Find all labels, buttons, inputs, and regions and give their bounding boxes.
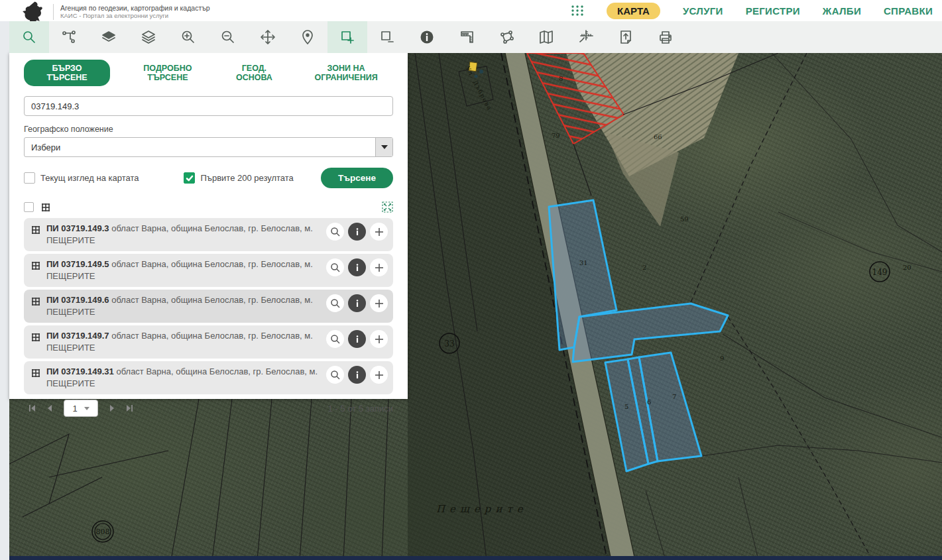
parcel-info-button[interactable] bbox=[348, 330, 366, 348]
tab-restriction-zones[interactable]: ЗОНИ НА ОГРАНИЧЕНИЯ bbox=[299, 64, 393, 82]
top-header: Агенция по геодезии, картография и кадас… bbox=[0, 0, 942, 21]
add-parcel-button[interactable] bbox=[370, 258, 388, 276]
parcel-id: ПИ 03719.149.3 bbox=[46, 223, 109, 233]
pan-button[interactable] bbox=[248, 21, 288, 53]
coordinate-grid-button[interactable] bbox=[566, 21, 606, 53]
tab-quick-search[interactable]: БЪРЗО ТЪРСЕНЕ bbox=[24, 60, 110, 86]
next-page-button[interactable] bbox=[103, 401, 121, 416]
last-page-button[interactable] bbox=[121, 401, 138, 416]
chevron-down-icon[interactable] bbox=[375, 138, 392, 156]
search-input[interactable] bbox=[24, 96, 393, 116]
zoom-to-parcel-button[interactable] bbox=[326, 366, 344, 384]
search-icon bbox=[21, 29, 37, 45]
crosshair-axes-icon bbox=[578, 29, 594, 45]
measure-area-button[interactable] bbox=[487, 21, 526, 53]
zoom-to-parcel-button[interactable] bbox=[326, 223, 344, 241]
parcel-id: ПИ 03719.149.7 bbox=[46, 331, 109, 341]
info-icon bbox=[352, 334, 363, 345]
layers-button[interactable] bbox=[129, 21, 168, 53]
apps-grid-icon[interactable] bbox=[571, 4, 584, 17]
current-map-view-checkbox[interactable] bbox=[24, 172, 35, 184]
zoom-to-results-icon[interactable] bbox=[382, 201, 393, 213]
add-parcel-button[interactable] bbox=[370, 330, 388, 348]
agency-name: Агенция по геодезии, картография и кадас… bbox=[60, 4, 210, 12]
svg-text:31: 31 bbox=[579, 259, 588, 266]
search-button[interactable]: Търсене bbox=[321, 168, 393, 188]
plus-icon bbox=[374, 298, 384, 309]
search-icon bbox=[330, 227, 341, 237]
tab-detailed-search[interactable]: ПОДРОБНО ТЪРСЕНЕ bbox=[126, 64, 209, 82]
info-icon bbox=[352, 227, 363, 237]
geo-location-value: Избери bbox=[25, 142, 60, 152]
svg-text:59: 59 bbox=[680, 215, 689, 223]
geo-location-select[interactable]: Избери bbox=[24, 137, 393, 157]
page-select[interactable]: 1 bbox=[64, 400, 98, 417]
ruler-icon bbox=[459, 29, 475, 45]
print-button[interactable] bbox=[646, 21, 685, 53]
place-label: Пещерите bbox=[436, 503, 528, 515]
result-row[interactable]: ПИ 03719.149.6 област Варна, община Бело… bbox=[24, 290, 393, 323]
add-parcel-button[interactable] bbox=[370, 294, 388, 312]
svg-text:66: 66 bbox=[654, 133, 662, 140]
add-parcel-button[interactable] bbox=[370, 223, 388, 241]
locate-pin-button[interactable] bbox=[288, 21, 327, 53]
parcel-info-button[interactable] bbox=[348, 223, 366, 241]
parcel-info-button[interactable] bbox=[348, 366, 366, 384]
last-page-icon bbox=[125, 404, 133, 412]
info-icon bbox=[352, 298, 363, 309]
circled-number-149: 149 20 bbox=[870, 262, 912, 282]
prev-page-button[interactable] bbox=[41, 401, 58, 416]
folded-map-icon bbox=[538, 29, 554, 45]
plus-icon bbox=[374, 262, 384, 273]
brand: Агенция по геодезии, картография и кадас… bbox=[20, 0, 210, 21]
nav-registri[interactable]: РЕГИСТРИ bbox=[746, 5, 800, 17]
zoom-to-parcel-button[interactable] bbox=[326, 258, 344, 276]
first-page-button[interactable] bbox=[24, 401, 41, 416]
bottom-strip bbox=[9, 556, 942, 560]
export-view-button[interactable] bbox=[606, 21, 646, 53]
parcel-grid-icon bbox=[40, 202, 51, 213]
route-nodes-button[interactable] bbox=[49, 21, 89, 53]
layers-filled-icon bbox=[101, 29, 117, 45]
first-200-results-checkbox[interactable] bbox=[184, 172, 195, 184]
location-pin-icon bbox=[300, 29, 316, 45]
first-page-icon bbox=[29, 404, 36, 412]
nav-uslugi[interactable]: УСЛУГИ bbox=[683, 5, 723, 17]
first-200-results-label: Първите 200 резултата bbox=[200, 173, 293, 183]
select-rect-add-button[interactable] bbox=[327, 21, 367, 53]
current-map-view-label: Текущ изглед на картата bbox=[40, 173, 139, 183]
info-tool-button[interactable] bbox=[407, 21, 447, 53]
zoom-in-button[interactable] bbox=[168, 21, 208, 53]
add-parcel-button[interactable] bbox=[370, 366, 388, 384]
layers-icon bbox=[141, 29, 156, 45]
nav-karta[interactable]: КАРТА bbox=[607, 3, 660, 19]
page-number: 1 bbox=[72, 404, 77, 414]
parcel-grid-icon bbox=[30, 225, 41, 235]
layer-visibility-button[interactable] bbox=[89, 21, 129, 53]
portal-name: КАИС - Портал за електронни услуги bbox=[60, 12, 210, 19]
select-all-checkbox[interactable] bbox=[24, 202, 34, 212]
parcel-info-button[interactable] bbox=[348, 258, 366, 276]
parcel-info-button[interactable] bbox=[348, 294, 366, 312]
result-row[interactable]: ПИ 03719.149.5 област Варна, община Бело… bbox=[24, 254, 393, 287]
overview-map-button[interactable] bbox=[526, 21, 566, 53]
select-rect-remove-button[interactable] bbox=[367, 21, 407, 53]
svg-text:8: 8 bbox=[559, 75, 563, 82]
nav-zhalbi[interactable]: ЖАЛБИ bbox=[823, 5, 861, 17]
plus-icon bbox=[374, 370, 384, 380]
search-icon bbox=[330, 262, 341, 273]
zoom-to-parcel-button[interactable] bbox=[326, 330, 344, 348]
result-row[interactable]: ПИ 03719.149.7 област Варна, община Бело… bbox=[24, 325, 393, 359]
measure-length-button[interactable] bbox=[447, 21, 487, 53]
zoom-out-button[interactable] bbox=[208, 21, 248, 53]
zoom-out-icon bbox=[220, 29, 236, 45]
result-row[interactable]: ПИ 03719.149.31 област Варна, община Бел… bbox=[24, 361, 393, 394]
polygon-nodes-icon bbox=[499, 29, 514, 45]
zoom-to-parcel-button[interactable] bbox=[326, 294, 344, 312]
nav-spravki[interactable]: СПРАВКИ bbox=[884, 5, 933, 17]
result-row[interactable]: ПИ 03719.149.3 област Варна, община Бело… bbox=[24, 218, 393, 251]
search-tool-button[interactable] bbox=[9, 21, 49, 53]
export-page-icon bbox=[618, 29, 634, 45]
svg-text:9: 9 bbox=[720, 355, 724, 362]
tab-geodetic-basis[interactable]: ГЕОД. ОСНОВА bbox=[225, 64, 283, 82]
